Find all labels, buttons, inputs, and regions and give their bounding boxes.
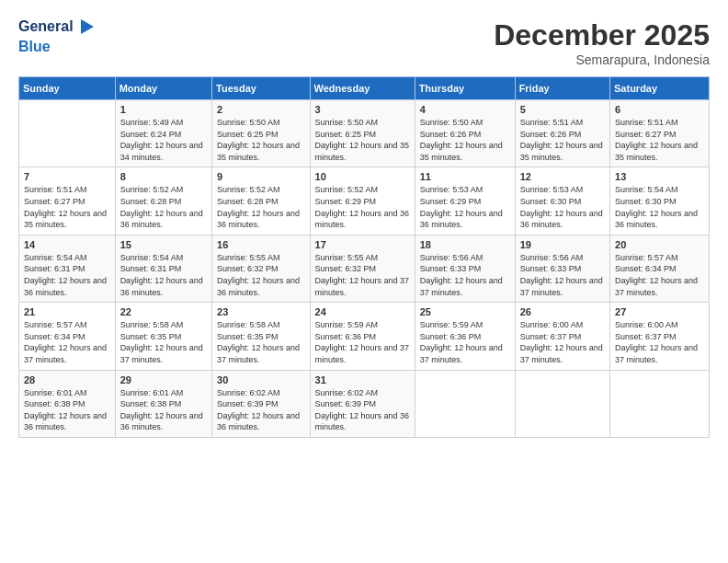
day-info: Sunrise: 6:00 AMSunset: 6:37 PMDaylight:… xyxy=(520,319,605,365)
calendar-cell xyxy=(19,100,116,167)
day-number: 15 xyxy=(120,239,207,250)
calendar-cell: 29Sunrise: 6:01 AMSunset: 6:38 PMDayligh… xyxy=(115,370,211,437)
calendar-cell: 31Sunrise: 6:02 AMSunset: 6:39 PMDayligh… xyxy=(310,370,415,437)
day-number: 5 xyxy=(520,104,605,115)
day-info: Sunrise: 5:52 AMSunset: 6:29 PMDaylight:… xyxy=(315,184,410,230)
calendar-cell: 25Sunrise: 5:59 AMSunset: 6:36 PMDayligh… xyxy=(415,303,515,370)
calendar-header-row: SundayMondayTuesdayWednesdayThursdayFrid… xyxy=(19,77,710,100)
logo-block2: Blue xyxy=(18,39,51,55)
calendar-cell: 8Sunrise: 5:52 AMSunset: 6:28 PMDaylight… xyxy=(115,167,211,235)
day-number: 29 xyxy=(120,374,207,385)
calendar-cell: 12Sunrise: 5:53 AMSunset: 6:30 PMDayligh… xyxy=(515,167,609,235)
day-number: 30 xyxy=(217,374,304,385)
calendar-cell: 15Sunrise: 5:54 AMSunset: 6:31 PMDayligh… xyxy=(115,235,211,302)
calendar-cell: 1Sunrise: 5:49 AMSunset: 6:24 PMDaylight… xyxy=(115,100,211,167)
header-thursday: Thursday xyxy=(415,77,515,100)
calendar-cell: 24Sunrise: 5:59 AMSunset: 6:36 PMDayligh… xyxy=(310,303,415,370)
day-number: 8 xyxy=(120,171,207,182)
calendar-subtitle: Semarapura, Indonesia xyxy=(494,52,710,67)
header-wednesday: Wednesday xyxy=(310,77,415,100)
calendar-cell: 16Sunrise: 5:55 AMSunset: 6:32 PMDayligh… xyxy=(212,235,310,302)
day-info: Sunrise: 5:59 AMSunset: 6:36 PMDaylight:… xyxy=(315,319,410,365)
day-info: Sunrise: 5:51 AMSunset: 6:27 PMDaylight:… xyxy=(24,184,110,230)
day-info: Sunrise: 5:57 AMSunset: 6:34 PMDaylight:… xyxy=(615,252,704,298)
day-number: 23 xyxy=(217,306,304,317)
day-number: 6 xyxy=(615,104,704,115)
day-number: 11 xyxy=(420,171,510,182)
day-number: 4 xyxy=(420,104,510,115)
day-number: 26 xyxy=(520,306,605,317)
calendar-cell: 20Sunrise: 5:57 AMSunset: 6:34 PMDayligh… xyxy=(610,235,710,302)
day-number: 24 xyxy=(315,306,410,317)
day-info: Sunrise: 6:02 AMSunset: 6:39 PMDaylight:… xyxy=(315,387,410,433)
day-info: Sunrise: 5:58 AMSunset: 6:35 PMDaylight:… xyxy=(217,319,304,365)
logo-arrow-icon xyxy=(81,19,94,34)
day-info: Sunrise: 5:50 AMSunset: 6:25 PMDaylight:… xyxy=(217,117,304,163)
calendar-cell xyxy=(610,370,710,437)
day-number: 27 xyxy=(615,306,704,317)
calendar-cell: 5Sunrise: 5:51 AMSunset: 6:26 PMDaylight… xyxy=(515,100,609,167)
calendar-cell xyxy=(415,370,515,437)
header-monday: Monday xyxy=(115,77,211,100)
calendar-cell: 2Sunrise: 5:50 AMSunset: 6:25 PMDaylight… xyxy=(212,100,310,167)
day-info: Sunrise: 5:51 AMSunset: 6:27 PMDaylight:… xyxy=(615,117,704,163)
day-info: Sunrise: 5:54 AMSunset: 6:31 PMDaylight:… xyxy=(24,252,110,298)
calendar-cell: 4Sunrise: 5:50 AMSunset: 6:26 PMDaylight… xyxy=(415,100,515,167)
calendar-week-row: 7Sunrise: 5:51 AMSunset: 6:27 PMDaylight… xyxy=(19,167,710,235)
day-info: Sunrise: 5:50 AMSunset: 6:26 PMDaylight:… xyxy=(420,117,510,163)
calendar-cell: 30Sunrise: 6:02 AMSunset: 6:39 PMDayligh… xyxy=(212,370,310,437)
day-number: 19 xyxy=(520,239,605,250)
day-number: 1 xyxy=(120,104,207,115)
header-tuesday: Tuesday xyxy=(212,77,310,100)
day-number: 13 xyxy=(615,171,704,182)
logo: General Blue xyxy=(18,18,94,55)
day-number: 3 xyxy=(315,104,410,115)
calendar-cell: 3Sunrise: 5:50 AMSunset: 6:25 PMDaylight… xyxy=(310,100,415,167)
calendar-week-row: 28Sunrise: 6:01 AMSunset: 6:38 PMDayligh… xyxy=(19,370,710,437)
calendar-cell: 18Sunrise: 5:56 AMSunset: 6:33 PMDayligh… xyxy=(415,235,515,302)
day-number: 7 xyxy=(24,171,110,182)
day-number: 18 xyxy=(420,239,510,250)
header-sunday: Sunday xyxy=(19,77,116,100)
day-number: 2 xyxy=(217,104,304,115)
calendar-cell: 17Sunrise: 5:55 AMSunset: 6:32 PMDayligh… xyxy=(310,235,415,302)
header-saturday: Saturday xyxy=(610,77,710,100)
day-info: Sunrise: 5:56 AMSunset: 6:33 PMDaylight:… xyxy=(520,252,605,298)
calendar-cell: 11Sunrise: 5:53 AMSunset: 6:29 PMDayligh… xyxy=(415,167,515,235)
day-info: Sunrise: 6:01 AMSunset: 6:38 PMDaylight:… xyxy=(120,387,207,433)
day-number: 31 xyxy=(315,374,410,385)
day-info: Sunrise: 5:58 AMSunset: 6:35 PMDaylight:… xyxy=(120,319,207,365)
calendar-cell: 23Sunrise: 5:58 AMSunset: 6:35 PMDayligh… xyxy=(212,303,310,370)
day-info: Sunrise: 6:00 AMSunset: 6:37 PMDaylight:… xyxy=(615,319,704,365)
day-info: Sunrise: 5:55 AMSunset: 6:32 PMDaylight:… xyxy=(315,252,410,298)
day-number: 20 xyxy=(615,239,704,250)
day-number: 10 xyxy=(315,171,410,182)
day-info: Sunrise: 5:56 AMSunset: 6:33 PMDaylight:… xyxy=(420,252,510,298)
calendar-cell: 19Sunrise: 5:56 AMSunset: 6:33 PMDayligh… xyxy=(515,235,609,302)
title-area: December 2025 Semarapura, Indonesia xyxy=(494,18,710,67)
calendar-cell xyxy=(515,370,609,437)
day-number: 22 xyxy=(120,306,207,317)
day-info: Sunrise: 5:57 AMSunset: 6:34 PMDaylight:… xyxy=(24,319,110,365)
calendar-cell: 28Sunrise: 6:01 AMSunset: 6:38 PMDayligh… xyxy=(19,370,116,437)
logo-general: General xyxy=(18,18,74,35)
day-info: Sunrise: 5:54 AMSunset: 6:30 PMDaylight:… xyxy=(615,184,704,230)
calendar-cell: 26Sunrise: 6:00 AMSunset: 6:37 PMDayligh… xyxy=(515,303,609,370)
day-number: 28 xyxy=(24,374,110,385)
logo-block: General xyxy=(18,18,94,35)
day-info: Sunrise: 5:53 AMSunset: 6:30 PMDaylight:… xyxy=(520,184,605,230)
calendar-cell: 10Sunrise: 5:52 AMSunset: 6:29 PMDayligh… xyxy=(310,167,415,235)
calendar-cell: 13Sunrise: 5:54 AMSunset: 6:30 PMDayligh… xyxy=(610,167,710,235)
calendar-week-row: 1Sunrise: 5:49 AMSunset: 6:24 PMDaylight… xyxy=(19,100,710,167)
day-info: Sunrise: 5:49 AMSunset: 6:24 PMDaylight:… xyxy=(120,117,207,163)
day-info: Sunrise: 5:52 AMSunset: 6:28 PMDaylight:… xyxy=(120,184,207,230)
day-number: 17 xyxy=(315,239,410,250)
day-info: Sunrise: 6:02 AMSunset: 6:39 PMDaylight:… xyxy=(217,387,304,433)
calendar-cell: 14Sunrise: 5:54 AMSunset: 6:31 PMDayligh… xyxy=(19,235,116,302)
day-number: 14 xyxy=(24,239,110,250)
day-info: Sunrise: 6:01 AMSunset: 6:38 PMDaylight:… xyxy=(24,387,110,433)
day-info: Sunrise: 5:50 AMSunset: 6:25 PMDaylight:… xyxy=(315,117,410,163)
day-info: Sunrise: 5:52 AMSunset: 6:28 PMDaylight:… xyxy=(217,184,304,230)
day-info: Sunrise: 5:55 AMSunset: 6:32 PMDaylight:… xyxy=(217,252,304,298)
calendar-cell: 9Sunrise: 5:52 AMSunset: 6:28 PMDaylight… xyxy=(212,167,310,235)
